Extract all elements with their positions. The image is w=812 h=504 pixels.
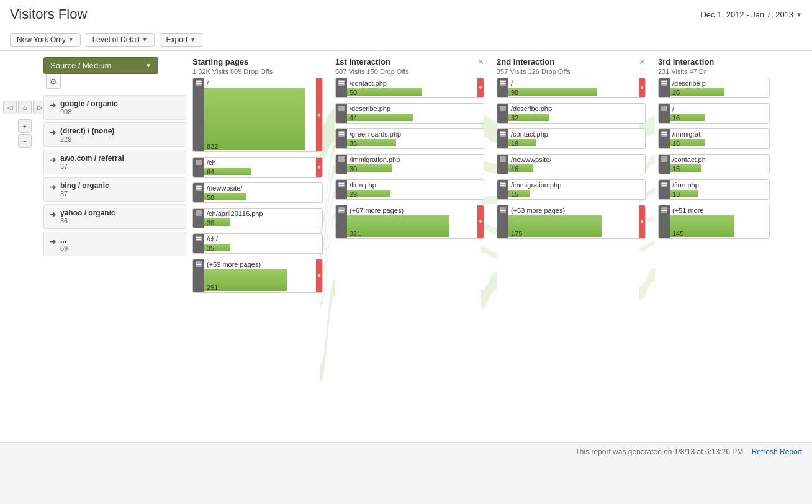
- node-count: 15: [670, 164, 769, 174]
- node-page-name: (+67 more pages): [347, 205, 484, 214]
- node-bar[interactable]: (+51 more 145: [658, 205, 770, 239]
- node-bar[interactable]: /firm.php 29: [335, 179, 484, 200]
- flow-node[interactable]: /contact.ph 15: [658, 154, 770, 174]
- node-page-name: /ch/: [204, 234, 322, 243]
- node-bar[interactable]: /newwpsite/ 58: [192, 182, 323, 203]
- node-bar[interactable]: /ch/april20116.php 36: [192, 208, 323, 228]
- flow-node[interactable]: /immigration.php 15: [497, 179, 646, 200]
- node-fill-area: [204, 269, 322, 283]
- level-of-detail-button[interactable]: Level of Detail ▼: [86, 33, 155, 47]
- date-range-text: Dec 1, 2012 - Jan 7, 2013: [700, 10, 793, 19]
- first-interaction-close[interactable]: ✕: [477, 57, 484, 66]
- node-bar[interactable]: /ch 64 ▼: [192, 157, 323, 178]
- node-bar[interactable]: /contact.ph 15: [658, 154, 770, 174]
- source-item-name: awo.com / referral: [60, 154, 124, 163]
- flow-node[interactable]: /describe.php 44: [335, 103, 484, 124]
- source-list-item[interactable]: ➜ ... 69: [43, 232, 186, 256]
- node-bar[interactable]: /describe.php 44: [335, 103, 484, 124]
- node-bar[interactable]: / 832 ▼: [192, 78, 323, 152]
- source-item-count: 37: [60, 190, 109, 197]
- flow-node[interactable]: /newwpsite/ 58: [192, 182, 323, 203]
- node-bar[interactable]: (+67 more pages) 321 ▼: [335, 205, 484, 239]
- node-bar[interactable]: /newwwpsite/ 18: [497, 154, 646, 174]
- node-icon: [336, 205, 347, 238]
- source-gear-button[interactable]: ⚙: [46, 74, 61, 89]
- flow-node[interactable]: /immigration.php 30: [335, 154, 484, 174]
- node-count: 175: [508, 229, 645, 238]
- nav-home-button[interactable]: ⌂: [18, 101, 32, 114]
- flow-node[interactable]: /ch/ 35: [192, 233, 323, 254]
- source-list-item[interactable]: ➜ google / organic 908: [43, 95, 186, 120]
- node-fill-area: [204, 88, 322, 142]
- source-item-count: 229: [60, 135, 114, 143]
- node-count: 18: [508, 164, 645, 174]
- refresh-report-link[interactable]: Refresh Report: [752, 448, 802, 456]
- node-count: 50: [347, 88, 484, 97]
- zoom-in-button[interactable]: +: [18, 119, 32, 133]
- source-item-count: 908: [60, 108, 118, 115]
- flow-node[interactable]: /describe.p 26: [658, 78, 770, 98]
- source-list-item[interactable]: ➜ bing / organic 37: [43, 177, 186, 202]
- flow-node[interactable]: /ch/april20116.php 36: [192, 208, 323, 228]
- node-body: /immigrati 16: [670, 129, 769, 148]
- node-body: /ch 64: [204, 158, 322, 177]
- flow-node[interactable]: (+53 more pages) 175 ▼: [497, 205, 646, 239]
- node-count: 33: [347, 139, 484, 148]
- node-body: / 16: [670, 104, 769, 123]
- node-bar[interactable]: /immigration.php 30: [335, 154, 484, 174]
- node-icon: [497, 180, 508, 199]
- node-bar[interactable]: /firm.php 13: [658, 179, 770, 200]
- node-bar[interactable]: /describe.p 26: [658, 78, 770, 98]
- node-page-name: /newwpsite/: [204, 183, 322, 192]
- flow-node[interactable]: (+51 more 145: [658, 205, 770, 239]
- node-bar[interactable]: / 98 ▼: [497, 78, 646, 98]
- node-body: /ch/april20116.php 36: [204, 209, 322, 228]
- source-dropdown-arrow: ▼: [145, 62, 151, 69]
- export-button[interactable]: Export ▼: [160, 33, 203, 47]
- node-count: 35: [204, 244, 322, 253]
- flow-node[interactable]: / 832 ▼: [192, 78, 323, 152]
- page-header: Visitors Flow Dec 1, 2012 - Jan 7, 2013 …: [0, 0, 812, 29]
- flow-node[interactable]: /immigrati 16: [658, 128, 770, 149]
- node-bar[interactable]: (+59 more pages) 291 ▼: [192, 259, 323, 293]
- node-bar[interactable]: /immigration.php 15: [497, 179, 646, 200]
- date-range-picker[interactable]: Dec 1, 2012 - Jan 7, 2013 ▼: [700, 10, 802, 19]
- second-interaction-column: 2nd Interaction 357 Visits 126 Drop Offs…: [490, 51, 652, 442]
- nav-back-button[interactable]: ◁: [3, 101, 17, 114]
- main-content: ◁ ⌂ ▷ + − Source / Medium ▼ ⚙ ➜ google /…: [0, 51, 812, 442]
- first-interaction-header: 1st Interaction 507 Visits 150 Drop Offs…: [335, 57, 484, 75]
- flow-node[interactable]: / 98 ▼: [497, 78, 646, 98]
- flow-node[interactable]: /contact.php 50 ▼: [335, 78, 484, 98]
- flow-node[interactable]: /firm.php 13: [658, 179, 770, 200]
- second-interaction-close[interactable]: ✕: [639, 57, 646, 66]
- node-bar[interactable]: /contact.php 50 ▼: [335, 78, 484, 98]
- node-icon: [193, 234, 204, 253]
- node-bar[interactable]: /immigrati 16: [658, 128, 770, 149]
- node-body: /contact.php 19: [508, 129, 645, 148]
- node-page-name: /: [508, 78, 645, 87]
- new-york-only-button[interactable]: New York Only ▼: [10, 33, 81, 47]
- node-count: 44: [347, 114, 484, 123]
- node-body: /immigration.php 30: [347, 155, 484, 174]
- flow-node[interactable]: /newwwpsite/ 18: [497, 154, 646, 174]
- source-medium-dropdown[interactable]: Source / Medium ▼: [43, 57, 158, 74]
- flow-node[interactable]: (+67 more pages) 321 ▼: [335, 205, 484, 239]
- node-bar[interactable]: /describe.php 32: [497, 103, 646, 124]
- flow-node[interactable]: /describe.php 32: [497, 103, 646, 124]
- source-list-item[interactable]: ➜ (direct) / (none) 229: [43, 122, 186, 147]
- node-bar[interactable]: /contact.php 19: [497, 128, 646, 149]
- flow-node[interactable]: /green-cards.php 33: [335, 128, 484, 149]
- zoom-out-button[interactable]: −: [18, 134, 32, 148]
- node-bar[interactable]: /green-cards.php 33: [335, 128, 484, 149]
- flow-node[interactable]: (+59 more pages) 291 ▼: [192, 259, 323, 293]
- flow-node[interactable]: / 16: [658, 103, 770, 124]
- node-bar[interactable]: (+53 more pages) 175 ▼: [497, 205, 646, 239]
- flow-node[interactable]: /firm.php 29: [335, 179, 484, 200]
- flow-node[interactable]: /contact.php 19: [497, 128, 646, 149]
- node-bar[interactable]: /ch/ 35: [192, 233, 323, 254]
- source-item-count: 36: [60, 217, 115, 225]
- flow-node[interactable]: /ch 64 ▼: [192, 157, 323, 178]
- source-list-item[interactable]: ➜ yahoo / organic 36: [43, 204, 186, 229]
- source-list-item[interactable]: ➜ awo.com / referral 37: [43, 150, 186, 174]
- node-bar[interactable]: / 16: [658, 103, 770, 124]
